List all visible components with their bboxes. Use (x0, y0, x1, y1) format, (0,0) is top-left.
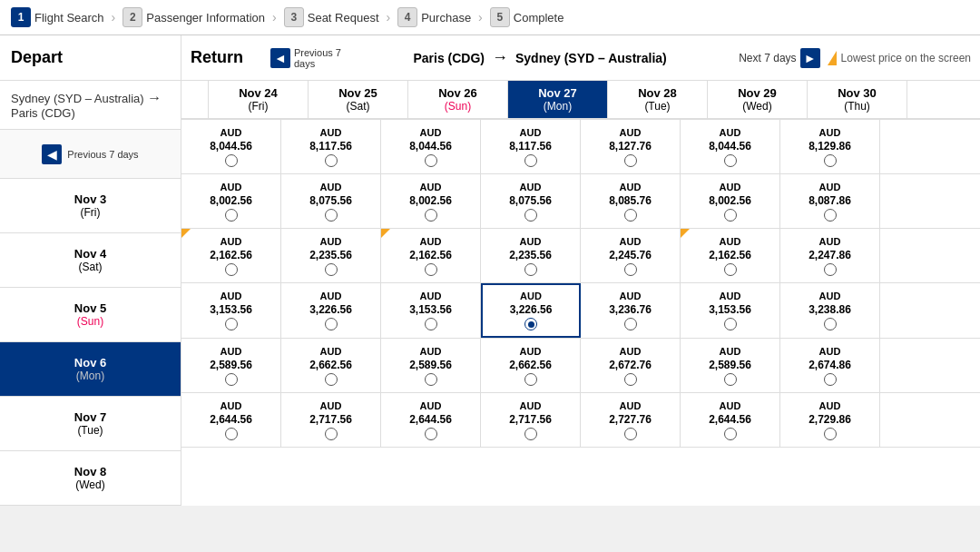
price-cell-3-5[interactable]: AUD3,153.56 (681, 283, 780, 338)
prev-7-days-col-button[interactable]: ◄ (270, 48, 290, 68)
radio-1-5[interactable] (724, 209, 737, 222)
price-cell-5-2[interactable]: AUD2,644.56 (381, 393, 481, 447)
radio-5-0[interactable] (225, 428, 238, 440)
price-cell-4-5[interactable]: AUD2,589.56 (681, 339, 780, 392)
price-cell-5-4[interactable]: AUD2,727.76 (581, 393, 681, 447)
radio-4-2[interactable] (425, 373, 437, 386)
price-cell-0-2[interactable]: AUD8,044.56 (381, 120, 481, 173)
radio-3-4[interactable] (624, 318, 637, 330)
radio-1-4[interactable] (624, 209, 637, 222)
price-cell-1-2[interactable]: AUD8,002.56 (381, 174, 481, 228)
depart-row-0[interactable]: Nov 3(Fri) (0, 179, 181, 233)
radio-4-1[interactable] (325, 373, 338, 386)
next-7-days-button[interactable]: ► (800, 48, 820, 68)
radio-2-1[interactable] (325, 263, 338, 276)
price-cell-4-3[interactable]: AUD2,662.56 (481, 339, 581, 392)
depart-row-1[interactable]: Nov 4(Sat) (0, 233, 181, 288)
radio-4-3[interactable] (524, 373, 537, 386)
radio-2-3[interactable] (524, 263, 537, 276)
radio-0-2[interactable] (425, 154, 437, 167)
price-cell-0-4[interactable]: AUD8,127.76 (581, 120, 681, 173)
price-cell-1-6[interactable]: AUD8,087.86 (780, 174, 880, 228)
depart-row-5[interactable]: Nov 8(Wed) (0, 451, 181, 506)
radio-4-0[interactable] (225, 373, 238, 386)
price-cell-2-6[interactable]: AUD2,247.86 (780, 229, 880, 282)
radio-5-1[interactable] (325, 428, 338, 440)
radio-3-6[interactable] (824, 318, 837, 330)
radio-4-5[interactable] (724, 373, 737, 386)
radio-4-6[interactable] (824, 373, 837, 386)
radio-0-5[interactable] (724, 154, 737, 167)
price-cell-0-6[interactable]: AUD8,129.86 (780, 120, 880, 173)
price-cell-5-3[interactable]: AUD2,717.56 (481, 393, 581, 447)
radio-1-3[interactable] (524, 209, 537, 222)
price-cell-5-0[interactable]: AUD2,644.56 (181, 393, 281, 447)
radio-4-4[interactable] (624, 373, 637, 386)
price-cell-3-2[interactable]: AUD3,153.56 (381, 283, 481, 338)
radio-2-2[interactable] (425, 263, 437, 276)
radio-5-3[interactable] (524, 428, 537, 440)
col-header-2[interactable]: Nov 26(Sun) (408, 81, 508, 118)
radio-1-1[interactable] (325, 209, 338, 222)
price-cell-4-6[interactable]: AUD2,674.86 (780, 339, 880, 392)
col-header-1[interactable]: Nov 25(Sat) (309, 81, 408, 118)
price-cell-2-0[interactable]: AUD2,162.56 (181, 229, 281, 282)
price-cell-0-3[interactable]: AUD8,117.56 (481, 120, 581, 173)
radio-3-0[interactable] (225, 318, 238, 330)
price-cell-5-1[interactable]: AUD2,717.56 (281, 393, 381, 447)
price-cell-4-0[interactable]: AUD2,589.56 (181, 339, 281, 392)
radio-1-6[interactable] (824, 209, 837, 222)
radio-0-0[interactable] (225, 154, 238, 167)
col-header-5[interactable]: Nov 29(Wed) (708, 81, 808, 118)
price-cell-1-3[interactable]: AUD8,075.56 (481, 174, 581, 228)
depart-row-4[interactable]: Nov 7(Tue) (0, 397, 181, 451)
price-cell-1-0[interactable]: AUD8,002.56 (181, 174, 281, 228)
price-cell-1-4[interactable]: AUD8,085.76 (581, 174, 681, 228)
col-header-3[interactable]: Nov 27(Mon) (508, 81, 608, 118)
price-cell-0-0[interactable]: AUD8,044.56 (181, 120, 281, 173)
radio-0-3[interactable] (524, 154, 537, 167)
price-cell-2-4[interactable]: AUD2,245.76 (581, 229, 681, 282)
price-cell-3-0[interactable]: AUD3,153.56 (181, 283, 281, 338)
radio-3-1[interactable] (325, 318, 338, 330)
radio-2-5[interactable] (724, 263, 737, 276)
radio-3-5[interactable] (724, 318, 737, 330)
price-cell-1-1[interactable]: AUD8,075.56 (281, 174, 381, 228)
col-header-6[interactable]: Nov 30(Thu) (808, 81, 907, 118)
price-cell-2-1[interactable]: AUD2,235.56 (281, 229, 381, 282)
radio-2-6[interactable] (824, 263, 837, 276)
price-cell-3-6[interactable]: AUD3,238.86 (780, 283, 880, 338)
price-cell-0-5[interactable]: AUD8,044.56 (681, 120, 780, 173)
price-cell-5-6[interactable]: AUD2,729.86 (780, 393, 880, 447)
col-header-0[interactable]: Nov 24(Fri) (209, 81, 309, 118)
radio-2-0[interactable] (225, 263, 238, 276)
radio-5-6[interactable] (824, 428, 837, 440)
price-cell-3-3[interactable]: AUD3,226.56 (481, 283, 581, 338)
col-header-4[interactable]: Nov 28(Tue) (608, 81, 708, 118)
radio-1-2[interactable] (425, 209, 437, 222)
radio-0-4[interactable] (624, 154, 637, 167)
price-cell-3-1[interactable]: AUD3,226.56 (281, 283, 381, 338)
price-cell-4-4[interactable]: AUD2,672.76 (581, 339, 681, 392)
price-cell-5-5[interactable]: AUD2,644.56 (681, 393, 780, 447)
radio-1-0[interactable] (225, 209, 238, 222)
price-cell-3-4[interactable]: AUD3,236.76 (581, 283, 681, 338)
price-cell-4-1[interactable]: AUD2,662.56 (281, 339, 381, 392)
price-cell-2-5[interactable]: AUD2,162.56 (681, 229, 780, 282)
radio-0-6[interactable] (824, 154, 837, 167)
depart-row-2[interactable]: Nov 5(Sun) (0, 288, 181, 342)
radio-5-4[interactable] (624, 428, 637, 440)
price-cell-0-1[interactable]: AUD8,117.56 (281, 120, 381, 173)
price-cell-1-5[interactable]: AUD8,002.56 (681, 174, 780, 228)
depart-row-3[interactable]: Nov 6(Mon) (0, 342, 181, 397)
prev-7-days-button[interactable]: ◀ (42, 144, 62, 164)
radio-5-5[interactable] (724, 428, 737, 440)
radio-0-1[interactable] (325, 154, 338, 167)
radio-2-4[interactable] (624, 263, 637, 276)
radio-5-2[interactable] (425, 428, 437, 440)
radio-3-2[interactable] (425, 318, 437, 330)
price-cell-2-2[interactable]: AUD2,162.56 (381, 229, 481, 282)
price-cell-4-2[interactable]: AUD2,589.56 (381, 339, 481, 392)
price-cell-2-3[interactable]: AUD2,235.56 (481, 229, 581, 282)
radio-3-3[interactable] (524, 318, 537, 330)
